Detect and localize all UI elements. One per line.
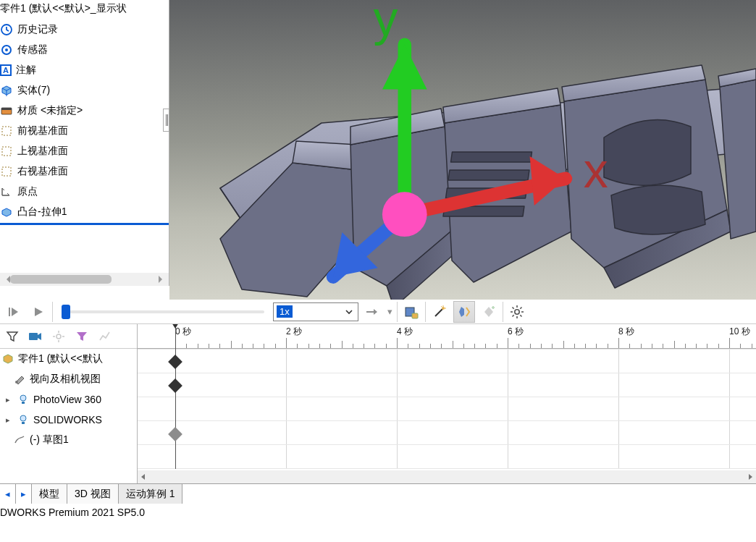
- svg-rect-34: [29, 333, 38, 340]
- lights-icon: [17, 393, 30, 406]
- wizard-button[interactable]: [429, 301, 450, 323]
- view-tabs: ◂ ▸ 模型 3D 视图 运动算例 1: [0, 483, 756, 504]
- gear-filter-button[interactable]: [49, 327, 68, 346]
- history-icon: [0, 23, 13, 36]
- tab-motion-study[interactable]: 运动算例 1: [119, 484, 183, 504]
- tl-label: (-) 草图1: [30, 433, 69, 446]
- 3d-viewport[interactable]: x y: [169, 0, 756, 313]
- expand-icon[interactable]: ▸: [6, 415, 13, 425]
- feature-tree-panel: 零件1 (默认<<默认>_显示状 历史记录 传感器 A 注解: [0, 0, 169, 286]
- tl-item-sketch[interactable]: (-) 草图1: [0, 430, 137, 450]
- add-key-button[interactable]: [478, 301, 500, 323]
- tab-next-button[interactable]: ▸: [16, 484, 32, 504]
- tab-model[interactable]: 模型: [32, 484, 67, 504]
- svg-point-20: [382, 192, 427, 237]
- tree-header[interactable]: 零件1 (默认<<默认>_显示状: [0, 0, 169, 20]
- timeline-grid[interactable]: 0 秒 2 秒 4 秒 6 秒 8 秒 10 秒: [138, 324, 756, 483]
- tl-item-pv360[interactable]: ▸ PhotoView 360: [0, 389, 137, 410]
- svg-point-40: [15, 381, 18, 384]
- tree-item-label: 凸台-拉伸1: [17, 206, 67, 219]
- tree-item-sensors[interactable]: 传感器: [0, 40, 169, 60]
- tl-item-sw[interactable]: ▸ SOLIDWORKS: [0, 410, 137, 430]
- tree-item-label: 历史记录: [17, 23, 58, 36]
- triad-icon: x y: [169, 0, 756, 313]
- tree-item-extrude[interactable]: 凸台-拉伸1: [0, 202, 169, 222]
- graph-button[interactable]: [96, 327, 114, 346]
- svg-line-32: [513, 315, 514, 316]
- svg-rect-21: [9, 308, 10, 316]
- material-icon: [0, 104, 13, 117]
- tl-label: PhotoView 360: [33, 394, 101, 405]
- sketch-icon: [13, 433, 26, 446]
- expand-icon[interactable]: ▸: [6, 395, 13, 405]
- settings-button[interactable]: [506, 301, 528, 323]
- tree-item-right-plane[interactable]: 右视基准面: [0, 161, 169, 182]
- svg-text:x: x: [584, 143, 608, 198]
- tl-label: 视向及相机视图: [30, 373, 101, 386]
- tl-root[interactable]: 零件1 (默认<<默认: [0, 349, 137, 369]
- tree-item-label: 材质 <未指定>: [17, 104, 83, 117]
- tl-label: 零件1 (默认<<默认: [18, 352, 103, 365]
- plane-icon: [0, 124, 13, 137]
- tree-item-label: 实体(7): [17, 84, 50, 97]
- speed-value: 1x: [277, 305, 293, 318]
- svg-point-35: [56, 334, 61, 339]
- svg-point-42: [20, 415, 26, 421]
- funnel-filter-button[interactable]: [72, 327, 91, 346]
- tl-item-camera[interactable]: 视向及相机视图: [0, 369, 137, 389]
- tree-item-annotations[interactable]: A 注解: [0, 60, 169, 80]
- tree-item-solids[interactable]: 实体(7): [0, 80, 169, 101]
- filter-button[interactable]: [3, 327, 22, 346]
- loop-button[interactable]: [361, 301, 383, 323]
- chevron-down-icon: [345, 308, 353, 316]
- speed-select[interactable]: 1x: [273, 302, 358, 321]
- solid-body-icon: [0, 84, 13, 97]
- status-bar: DWORKS Premium 2021 SP5.0: [0, 504, 756, 518]
- tree-hscrollbar[interactable]: [0, 273, 169, 286]
- sensor-icon: [0, 43, 13, 56]
- part-icon: [1, 352, 14, 365]
- motion-toolbar: 1x ▾: [0, 300, 756, 324]
- camera-icon: [13, 373, 26, 386]
- svg-rect-7: [2, 167, 11, 176]
- camera-filter-button[interactable]: [26, 327, 45, 346]
- playhead[interactable]: [175, 324, 176, 469]
- timeline-panel: 零件1 (默认<<默认 视向及相机视图 ▸ PhotoView 360 ▸ SO…: [0, 324, 756, 483]
- svg-rect-5: [2, 127, 11, 135]
- svg-point-25: [515, 309, 519, 313]
- auto-key-button[interactable]: [453, 301, 475, 323]
- time-slider[interactable]: [62, 310, 264, 314]
- time-slider-thumb[interactable]: [62, 305, 70, 319]
- svg-rect-6: [2, 147, 11, 156]
- lights-icon: [17, 413, 30, 426]
- play-button[interactable]: [28, 301, 49, 323]
- annotation-icon: A: [0, 64, 12, 76]
- svg-marker-13: [530, 156, 566, 206]
- tree-item-history[interactable]: 历史记录: [0, 20, 169, 40]
- tree-item-label: 传感器: [17, 43, 48, 56]
- tree-item-top-plane[interactable]: 上视基准面: [0, 141, 169, 161]
- tab-3d-view[interactable]: 3D 视图: [67, 484, 119, 504]
- tree-item-origin[interactable]: 原点: [0, 182, 169, 202]
- tree-item-label: 右视基准面: [17, 165, 68, 178]
- tab-prev-button[interactable]: ◂: [0, 484, 16, 504]
- tree-item-front-plane[interactable]: 前视基准面: [0, 121, 169, 141]
- panel-collapse-handle[interactable]: [163, 109, 169, 132]
- save-animation-button[interactable]: [400, 301, 422, 323]
- svg-line-30: [513, 307, 514, 308]
- play-from-start-button[interactable]: [3, 301, 25, 323]
- svg-text:y: y: [374, 0, 398, 46]
- tree-item-label: 原点: [17, 185, 38, 198]
- svg-point-24: [442, 307, 445, 310]
- svg-line-33: [520, 307, 521, 308]
- svg-line-31: [520, 315, 521, 316]
- timeline-tree: 零件1 (默认<<默认 视向及相机视图 ▸ PhotoView 360 ▸ SO…: [0, 324, 138, 483]
- tree-item-material[interactable]: 材质 <未指定>: [0, 101, 169, 121]
- time-ruler[interactable]: 0 秒 2 秒 4 秒 6 秒 8 秒 10 秒: [138, 324, 756, 349]
- svg-point-2: [5, 48, 8, 51]
- plane-icon: [0, 145, 13, 158]
- timeline-hscrollbar[interactable]: [138, 470, 756, 483]
- svg-rect-4: [1, 108, 12, 110]
- svg-point-41: [20, 395, 26, 401]
- extrude-icon: [0, 206, 13, 219]
